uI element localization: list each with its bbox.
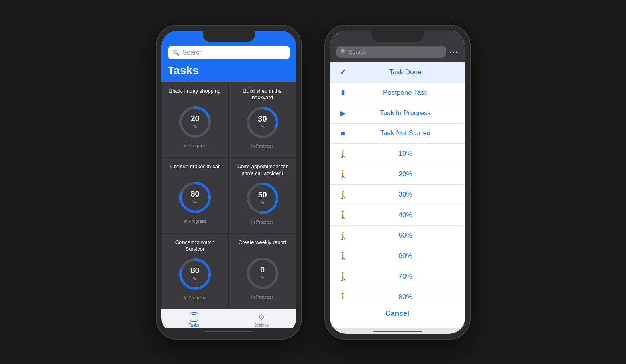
task-name-3: Chiro appointment for son's car accident <box>233 163 292 177</box>
right-phone: 🔍 Search ··· ✓ Task Done ⏸ Postpone Task <box>325 26 470 339</box>
settings-tab-icon: ⚙ <box>258 312 265 322</box>
task-status-2: In Progress <box>184 219 206 224</box>
notch <box>203 31 255 42</box>
task-status-1: In Progress <box>251 144 273 148</box>
search-placeholder-right: Search <box>349 49 367 55</box>
task-cell-5[interactable]: Create weekly report 0 % In Progress <box>229 233 296 309</box>
tab-settings-label: Settings <box>254 323 269 327</box>
tab-tasks-label: Tasks <box>189 323 199 327</box>
task-progress-5: 0 % <box>245 255 281 291</box>
play-icon: ▶ <box>338 109 348 118</box>
search-icon-right: 🔍 <box>341 49 347 55</box>
task-progress-0: 20 % <box>177 104 213 140</box>
action-item-20[interactable]: 🚶 20% <box>330 164 465 185</box>
cancel-button[interactable]: Cancel <box>336 305 459 322</box>
task-status-5: In Progress <box>251 295 273 299</box>
action-label-30: 30% <box>354 191 457 199</box>
tasks-tab-icon: T <box>190 312 198 322</box>
tasks-title: Tasks <box>168 64 290 77</box>
action-list: ✓ Task Done ⏸ Postpone Task ▶ Task In Pr… <box>330 62 465 299</box>
task-status-4: In Progress <box>184 295 206 300</box>
action-label-task-done: Task Done <box>354 68 457 76</box>
square-icon: ■ <box>338 129 348 138</box>
checkmark-icon: ✓ <box>338 67 348 77</box>
walk-icon-20: 🚶 <box>338 170 348 179</box>
task-progress-1: 30 % <box>245 104 281 140</box>
pause-icon: ⏸ <box>338 89 348 97</box>
notch-right <box>371 31 424 42</box>
action-item-80[interactable]: 🚶 80% <box>330 287 465 299</box>
home-bar-left <box>205 331 253 332</box>
more-options-icon[interactable]: ··· <box>276 49 285 58</box>
walk-icon-70: 🚶 <box>338 272 348 281</box>
action-item-30[interactable]: 🚶 30% <box>330 185 465 205</box>
task-progress-4: 80 % <box>177 256 213 292</box>
action-item-10[interactable]: 🚶 10% <box>330 144 465 164</box>
action-item-60[interactable]: 🚶 60% <box>330 246 465 266</box>
task-name-2: Change brakes in car <box>170 163 220 176</box>
action-label-not-started: Task Not Started <box>354 129 457 137</box>
tab-tasks[interactable]: T Tasks <box>189 312 199 327</box>
action-item-50[interactable]: 🚶 50% <box>330 226 465 246</box>
action-item-in-progress[interactable]: ▶ Task In Progress <box>330 103 465 124</box>
search-bar-right[interactable]: 🔍 Search <box>336 46 446 58</box>
task-name-1: Build shed in the backyard <box>233 88 292 102</box>
action-item-task-done[interactable]: ✓ Task Done <box>330 62 465 83</box>
task-progress-2: 80 % <box>177 179 213 216</box>
task-name-0: Black Friday shopping <box>169 88 221 101</box>
task-status-0: In Progress <box>184 143 206 148</box>
task-status-3: In Progress <box>251 220 273 224</box>
tab-settings[interactable]: ⚙ Settings <box>254 312 269 327</box>
left-phone: 🔍 Search ··· Tasks Black Friday shopping… <box>157 26 301 339</box>
search-placeholder-left: Search <box>183 49 285 56</box>
action-label-10: 10% <box>354 150 457 158</box>
task-name-4: Concert to watch Survivor <box>166 239 224 253</box>
walk-icon-60: 🚶 <box>338 252 348 260</box>
action-cancel-area: Cancel <box>330 299 465 328</box>
tab-bar: T Tasks ⚙ Settings <box>161 309 296 328</box>
action-label-70: 70% <box>354 272 457 281</box>
action-label-80: 80% <box>354 293 457 299</box>
home-bar-right <box>373 331 422 332</box>
task-cell-3[interactable]: Chiro appointment for son's car accident… <box>229 157 296 233</box>
walk-icon-30: 🚶 <box>338 190 348 199</box>
action-label-postpone: Postpone Task <box>354 89 457 97</box>
task-cell-0[interactable]: Black Friday shopping 20 % In Progress <box>161 82 229 158</box>
action-label-60: 60% <box>354 252 457 260</box>
task-name-5: Create weekly report <box>239 239 287 252</box>
search-bar-left[interactable]: 🔍 Search <box>168 46 290 59</box>
action-item-40[interactable]: 🚶 40% <box>330 205 465 226</box>
walk-icon-80: 🚶 <box>338 293 348 299</box>
walk-icon-50: 🚶 <box>338 231 348 240</box>
action-label-20: 20% <box>354 170 457 178</box>
action-sheet: ✓ Task Done ⏸ Postpone Task ▶ Task In Pr… <box>330 62 465 328</box>
action-item-70[interactable]: 🚶 70% <box>330 266 465 287</box>
walk-icon-10: 🚶 <box>338 149 348 158</box>
task-cell-2[interactable]: Change brakes in car 80 % In Progress <box>161 157 229 233</box>
action-item-not-started[interactable]: ■ Task Not Started <box>330 124 465 144</box>
action-label-40: 40% <box>354 211 457 219</box>
action-label-50: 50% <box>354 232 457 240</box>
action-label-in-progress: Task In Progress <box>354 109 457 117</box>
tasks-grid: Black Friday shopping 20 % In Progress B… <box>161 82 296 309</box>
task-cell-1[interactable]: Build shed in the backyard 30 % In Progr… <box>229 82 296 158</box>
walk-icon-40: 🚶 <box>338 211 348 220</box>
task-progress-3: 50 % <box>245 180 281 216</box>
action-item-postpone[interactable]: ⏸ Postpone Task <box>330 83 465 103</box>
task-cell-4[interactable]: Concert to watch Survivor 80 % In Progre… <box>161 233 229 309</box>
more-options-icon-right[interactable]: ··· <box>449 47 459 56</box>
search-icon: 🔍 <box>173 49 179 56</box>
